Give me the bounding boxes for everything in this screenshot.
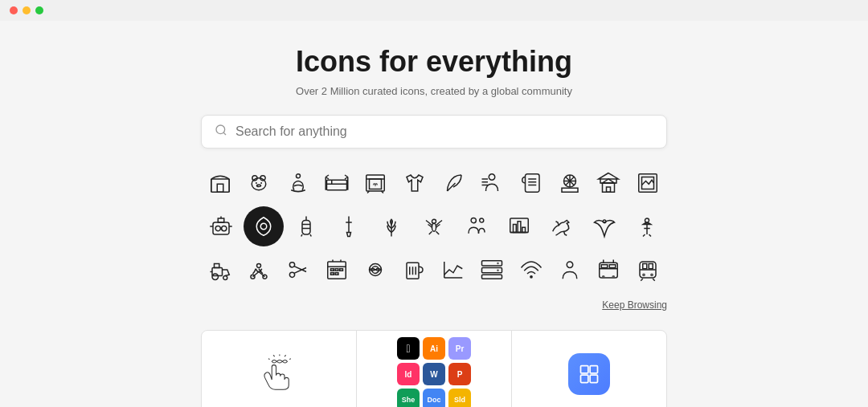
svg-point-55: [432, 223, 436, 231]
icon-mug[interactable]: [395, 250, 434, 290]
svg-point-59: [471, 218, 476, 222]
svg-line-49: [301, 234, 302, 237]
icon-horse[interactable]: [542, 206, 582, 246]
card-workflow:  Ai Pr Id W P She Doc Sld Get icons in …: [357, 331, 512, 407]
icon-server[interactable]: [473, 250, 511, 290]
icon-mosquito[interactable]: [414, 206, 454, 246]
card-royalty-free: Over 2 Million icons, royalty-free Learn…: [202, 331, 357, 407]
icon-pagoda[interactable]: [589, 163, 628, 203]
word-icon: W: [423, 363, 445, 385]
svg-point-117: [612, 275, 616, 279]
icon-row-3: [201, 250, 667, 290]
icon-graph-up[interactable]: [434, 250, 473, 290]
icon-picture-frame[interactable]: [628, 163, 667, 203]
icon-lion[interactable]: [356, 250, 395, 290]
svg-point-67: [645, 218, 649, 222]
premiere-icon: Pr: [448, 337, 471, 360]
svg-rect-107: [482, 275, 502, 279]
maximize-dot[interactable]: [35, 6, 43, 14]
icon-gate[interactable]: [201, 163, 240, 203]
svg-rect-42: [218, 218, 224, 222]
icon-scroll[interactable]: [512, 163, 551, 203]
svg-point-74: [223, 276, 227, 280]
svg-point-116: [602, 275, 605, 279]
search-input[interactable]: [235, 124, 653, 139]
svg-rect-114: [602, 265, 608, 268]
icon-grid: [201, 163, 667, 293]
search-bar[interactable]: [201, 115, 667, 149]
titlebar: [0, 0, 868, 21]
svg-line-130: [273, 355, 275, 356]
icon-two-people[interactable]: [457, 206, 497, 246]
svg-point-11: [257, 185, 261, 187]
svg-line-57: [429, 231, 432, 234]
svg-point-124: [642, 273, 645, 276]
svg-point-9: [256, 182, 257, 184]
icon-fireplace[interactable]: [356, 163, 395, 203]
svg-point-98: [376, 268, 378, 270]
svg-rect-136: [590, 375, 597, 382]
svg-rect-64: [518, 222, 521, 233]
svg-point-83: [289, 272, 294, 277]
svg-point-10: [261, 182, 263, 184]
royalty-free-icon-area: [251, 350, 307, 398]
icon-person-water[interactable]: [279, 163, 317, 203]
svg-rect-13: [327, 180, 347, 190]
icon-scissors[interactable]: [279, 250, 317, 290]
icon-tshirt[interactable]: [395, 163, 434, 203]
icon-train[interactable]: [628, 250, 667, 290]
icon-feather[interactable]: [434, 163, 473, 203]
svg-line-58: [436, 231, 440, 234]
icon-wheat[interactable]: [371, 206, 411, 246]
icon-person-lines[interactable]: [473, 163, 511, 203]
svg-rect-93: [331, 273, 334, 275]
svg-rect-134: [590, 366, 597, 373]
icon-umbrella-person[interactable]: [627, 206, 667, 246]
svg-point-77: [257, 264, 261, 268]
icon-calendar[interactable]: [317, 250, 356, 290]
svg-point-40: [215, 226, 220, 230]
icon-person-single[interactable]: [551, 250, 589, 290]
svg-point-60: [480, 218, 484, 222]
icon-wifi[interactable]: [512, 250, 551, 290]
icon-amusement[interactable]: [551, 163, 589, 203]
svg-rect-25: [525, 174, 539, 193]
sheets-icon: She: [397, 389, 420, 407]
icon-chart[interactable]: [499, 206, 539, 246]
icon-bed[interactable]: [317, 163, 356, 203]
svg-rect-135: [581, 375, 588, 382]
svg-rect-91: [335, 269, 338, 271]
minimize-dot[interactable]: [23, 6, 31, 14]
keep-browsing-link[interactable]: Keep Browsing: [602, 299, 667, 311]
svg-point-110: [530, 275, 533, 279]
svg-point-46: [260, 223, 267, 230]
icon-row-2: [201, 206, 667, 246]
powerpoint-icon: P: [448, 363, 471, 385]
icon-tractor[interactable]: [201, 250, 240, 290]
svg-rect-90: [331, 269, 334, 271]
svg-point-12: [296, 174, 300, 178]
icon-machine[interactable]: [201, 206, 241, 246]
icon-dark-circle[interactable]: [244, 206, 284, 246]
icon-dagger[interactable]: [329, 206, 369, 246]
svg-rect-5: [217, 184, 223, 192]
svg-point-82: [289, 263, 294, 267]
svg-line-127: [653, 279, 655, 281]
icon-cycling[interactable]: [240, 250, 278, 290]
svg-line-131: [289, 359, 291, 360]
customize-icon-area: [568, 350, 610, 398]
close-dot[interactable]: [10, 6, 18, 14]
icon-bus[interactable]: [589, 250, 628, 290]
svg-rect-63: [514, 225, 517, 233]
slides-icon: Sld: [448, 389, 471, 407]
svg-point-125: [650, 273, 653, 276]
icon-row-1: [201, 163, 667, 203]
icon-lantern[interactable]: [286, 206, 326, 246]
icon-bear[interactable]: [240, 163, 278, 203]
icon-eagle[interactable]: [584, 206, 624, 246]
card-customize: Customize any icon for the perfect fit T…: [512, 331, 666, 407]
svg-line-70: [643, 234, 645, 237]
hero-title: Icons for everything: [296, 45, 572, 79]
apple-icon: : [397, 337, 420, 360]
svg-line-71: [649, 234, 652, 237]
